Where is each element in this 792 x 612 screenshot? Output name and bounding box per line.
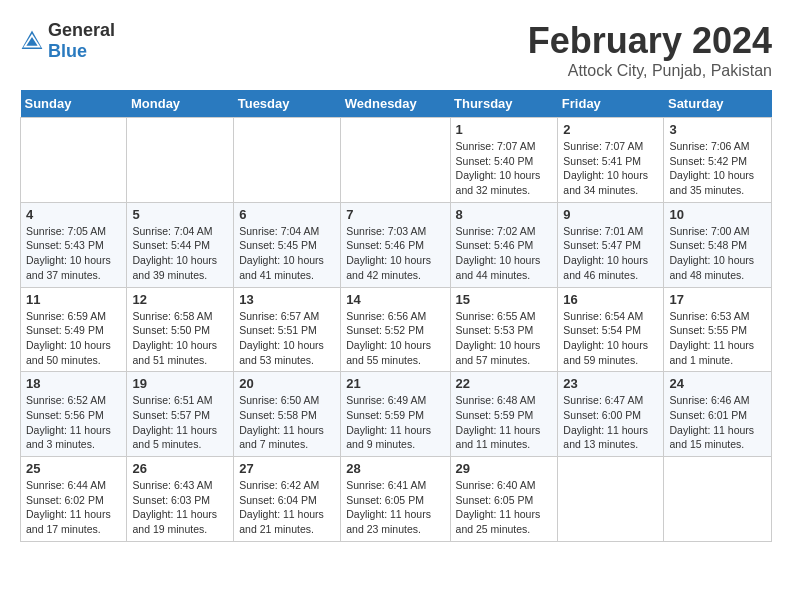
calendar-cell: 21Sunrise: 6:49 AMSunset: 5:59 PMDayligh…: [341, 372, 450, 457]
day-info: Sunrise: 7:00 AMSunset: 5:48 PMDaylight:…: [669, 224, 766, 283]
day-number: 19: [132, 376, 228, 391]
day-number: 24: [669, 376, 766, 391]
day-number: 14: [346, 292, 444, 307]
day-info: Sunrise: 6:48 AMSunset: 5:59 PMDaylight:…: [456, 393, 553, 452]
calendar-cell: 20Sunrise: 6:50 AMSunset: 5:58 PMDayligh…: [234, 372, 341, 457]
day-number: 12: [132, 292, 228, 307]
col-header-monday: Monday: [127, 90, 234, 118]
calendar-cell: 1Sunrise: 7:07 AMSunset: 5:40 PMDaylight…: [450, 118, 558, 203]
day-number: 21: [346, 376, 444, 391]
day-info: Sunrise: 6:53 AMSunset: 5:55 PMDaylight:…: [669, 309, 766, 368]
calendar-cell: 3Sunrise: 7:06 AMSunset: 5:42 PMDaylight…: [664, 118, 772, 203]
logo: General Blue: [20, 20, 115, 62]
day-info: Sunrise: 6:57 AMSunset: 5:51 PMDaylight:…: [239, 309, 335, 368]
day-info: Sunrise: 6:40 AMSunset: 6:05 PMDaylight:…: [456, 478, 553, 537]
week-row-1: 1Sunrise: 7:07 AMSunset: 5:40 PMDaylight…: [21, 118, 772, 203]
calendar-cell: 19Sunrise: 6:51 AMSunset: 5:57 PMDayligh…: [127, 372, 234, 457]
calendar-cell: 4Sunrise: 7:05 AMSunset: 5:43 PMDaylight…: [21, 202, 127, 287]
day-info: Sunrise: 7:06 AMSunset: 5:42 PMDaylight:…: [669, 139, 766, 198]
calendar-cell: 27Sunrise: 6:42 AMSunset: 6:04 PMDayligh…: [234, 457, 341, 542]
day-info: Sunrise: 6:51 AMSunset: 5:57 PMDaylight:…: [132, 393, 228, 452]
week-row-2: 4Sunrise: 7:05 AMSunset: 5:43 PMDaylight…: [21, 202, 772, 287]
calendar-cell: 29Sunrise: 6:40 AMSunset: 6:05 PMDayligh…: [450, 457, 558, 542]
day-info: Sunrise: 6:42 AMSunset: 6:04 PMDaylight:…: [239, 478, 335, 537]
day-number: 16: [563, 292, 658, 307]
calendar-cell: 17Sunrise: 6:53 AMSunset: 5:55 PMDayligh…: [664, 287, 772, 372]
calendar-cell: [341, 118, 450, 203]
day-info: Sunrise: 7:01 AMSunset: 5:47 PMDaylight:…: [563, 224, 658, 283]
calendar-cell: [21, 118, 127, 203]
calendar-cell: 8Sunrise: 7:02 AMSunset: 5:46 PMDaylight…: [450, 202, 558, 287]
calendar-cell: [234, 118, 341, 203]
day-info: Sunrise: 6:59 AMSunset: 5:49 PMDaylight:…: [26, 309, 121, 368]
day-info: Sunrise: 6:55 AMSunset: 5:53 PMDaylight:…: [456, 309, 553, 368]
day-number: 7: [346, 207, 444, 222]
day-info: Sunrise: 6:44 AMSunset: 6:02 PMDaylight:…: [26, 478, 121, 537]
calendar-cell: 25Sunrise: 6:44 AMSunset: 6:02 PMDayligh…: [21, 457, 127, 542]
day-number: 26: [132, 461, 228, 476]
calendar-cell: 22Sunrise: 6:48 AMSunset: 5:59 PMDayligh…: [450, 372, 558, 457]
calendar-cell: 13Sunrise: 6:57 AMSunset: 5:51 PMDayligh…: [234, 287, 341, 372]
calendar-cell: 2Sunrise: 7:07 AMSunset: 5:41 PMDaylight…: [558, 118, 664, 203]
day-number: 28: [346, 461, 444, 476]
calendar-cell: 28Sunrise: 6:41 AMSunset: 6:05 PMDayligh…: [341, 457, 450, 542]
calendar-cell: 15Sunrise: 6:55 AMSunset: 5:53 PMDayligh…: [450, 287, 558, 372]
day-number: 11: [26, 292, 121, 307]
week-row-3: 11Sunrise: 6:59 AMSunset: 5:49 PMDayligh…: [21, 287, 772, 372]
calendar-cell: 7Sunrise: 7:03 AMSunset: 5:46 PMDaylight…: [341, 202, 450, 287]
calendar-table: SundayMondayTuesdayWednesdayThursdayFrid…: [20, 90, 772, 542]
col-header-tuesday: Tuesday: [234, 90, 341, 118]
calendar-cell: [127, 118, 234, 203]
day-number: 4: [26, 207, 121, 222]
week-row-5: 25Sunrise: 6:44 AMSunset: 6:02 PMDayligh…: [21, 457, 772, 542]
day-info: Sunrise: 6:49 AMSunset: 5:59 PMDaylight:…: [346, 393, 444, 452]
logo-general: General: [48, 20, 115, 40]
day-number: 22: [456, 376, 553, 391]
day-number: 27: [239, 461, 335, 476]
day-number: 13: [239, 292, 335, 307]
calendar-cell: 18Sunrise: 6:52 AMSunset: 5:56 PMDayligh…: [21, 372, 127, 457]
day-info: Sunrise: 6:54 AMSunset: 5:54 PMDaylight:…: [563, 309, 658, 368]
day-number: 2: [563, 122, 658, 137]
day-number: 25: [26, 461, 121, 476]
day-info: Sunrise: 6:46 AMSunset: 6:01 PMDaylight:…: [669, 393, 766, 452]
calendar-cell: 11Sunrise: 6:59 AMSunset: 5:49 PMDayligh…: [21, 287, 127, 372]
calendar-cell: 23Sunrise: 6:47 AMSunset: 6:00 PMDayligh…: [558, 372, 664, 457]
location: Attock City, Punjab, Pakistan: [528, 62, 772, 80]
day-number: 8: [456, 207, 553, 222]
calendar-cell: 10Sunrise: 7:00 AMSunset: 5:48 PMDayligh…: [664, 202, 772, 287]
col-header-friday: Friday: [558, 90, 664, 118]
calendar-cell: 6Sunrise: 7:04 AMSunset: 5:45 PMDaylight…: [234, 202, 341, 287]
day-info: Sunrise: 6:58 AMSunset: 5:50 PMDaylight:…: [132, 309, 228, 368]
calendar-cell: 26Sunrise: 6:43 AMSunset: 6:03 PMDayligh…: [127, 457, 234, 542]
day-info: Sunrise: 6:43 AMSunset: 6:03 PMDaylight:…: [132, 478, 228, 537]
week-row-4: 18Sunrise: 6:52 AMSunset: 5:56 PMDayligh…: [21, 372, 772, 457]
day-number: 23: [563, 376, 658, 391]
day-number: 1: [456, 122, 553, 137]
page-header: General Blue February 2024 Attock City, …: [20, 20, 772, 80]
day-info: Sunrise: 7:07 AMSunset: 5:41 PMDaylight:…: [563, 139, 658, 198]
logo-blue: Blue: [48, 41, 87, 61]
day-info: Sunrise: 7:04 AMSunset: 5:45 PMDaylight:…: [239, 224, 335, 283]
calendar-cell: 14Sunrise: 6:56 AMSunset: 5:52 PMDayligh…: [341, 287, 450, 372]
col-header-saturday: Saturday: [664, 90, 772, 118]
day-number: 9: [563, 207, 658, 222]
calendar-cell: [558, 457, 664, 542]
col-header-sunday: Sunday: [21, 90, 127, 118]
month-title: February 2024: [528, 20, 772, 62]
calendar-cell: 12Sunrise: 6:58 AMSunset: 5:50 PMDayligh…: [127, 287, 234, 372]
day-info: Sunrise: 7:07 AMSunset: 5:40 PMDaylight:…: [456, 139, 553, 198]
day-number: 3: [669, 122, 766, 137]
col-header-thursday: Thursday: [450, 90, 558, 118]
day-number: 20: [239, 376, 335, 391]
day-info: Sunrise: 6:41 AMSunset: 6:05 PMDaylight:…: [346, 478, 444, 537]
logo-icon: [20, 29, 44, 53]
day-info: Sunrise: 6:47 AMSunset: 6:00 PMDaylight:…: [563, 393, 658, 452]
calendar-cell: 24Sunrise: 6:46 AMSunset: 6:01 PMDayligh…: [664, 372, 772, 457]
day-info: Sunrise: 6:52 AMSunset: 5:56 PMDaylight:…: [26, 393, 121, 452]
calendar-header-row: SundayMondayTuesdayWednesdayThursdayFrid…: [21, 90, 772, 118]
calendar-cell: 16Sunrise: 6:54 AMSunset: 5:54 PMDayligh…: [558, 287, 664, 372]
day-number: 5: [132, 207, 228, 222]
day-info: Sunrise: 6:50 AMSunset: 5:58 PMDaylight:…: [239, 393, 335, 452]
col-header-wednesday: Wednesday: [341, 90, 450, 118]
